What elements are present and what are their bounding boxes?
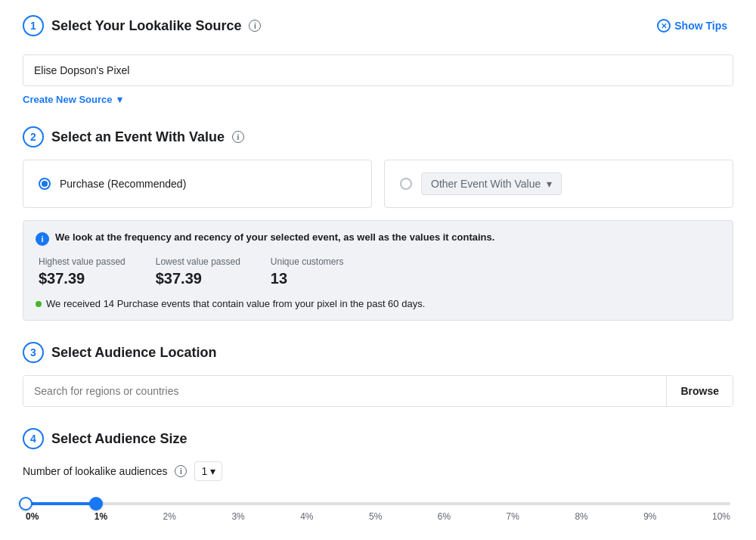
show-tips-label: Show Tips: [674, 20, 727, 32]
step3-circle: 3: [23, 342, 44, 363]
label-8: 8%: [575, 511, 587, 522]
stats-row: Highest value passed $37.39 Lowest value…: [36, 256, 720, 287]
label-2: 2%: [163, 511, 176, 522]
label-0: 0%: [26, 511, 39, 522]
section4: 4 Select Audience Size Number of lookali…: [23, 428, 733, 522]
lowest-label: Lowest value passed: [156, 256, 240, 267]
section1-info-icon[interactable]: i: [249, 20, 261, 32]
number-chevron: ▾: [210, 465, 215, 477]
info-box: i We look at the frequency and recency o…: [23, 220, 733, 321]
label-7: 7%: [507, 511, 519, 522]
label-1: 1%: [94, 511, 107, 522]
received-row: We received 14 Purchase events that cont…: [36, 298, 720, 309]
section3-header: 3 Select Audience Location: [23, 342, 733, 363]
event-option-purchase[interactable]: Purchase (Recommended): [23, 160, 372, 208]
radio-other: [400, 178, 412, 190]
section2-header: 2 Select an Event With Value i: [23, 126, 733, 147]
step1-circle: 1: [23, 15, 44, 36]
slider-track[interactable]: [26, 502, 730, 505]
section4-title: Select Audience Size: [51, 431, 187, 447]
number-value: 1: [201, 465, 207, 477]
highest-value: $37.39: [39, 270, 125, 287]
create-new-source[interactable]: Create New Source ▾: [23, 94, 733, 105]
create-new-source-label: Create New Source: [23, 94, 113, 105]
stat-highest: Highest value passed $37.39: [39, 256, 125, 287]
section4-header: 4 Select Audience Size: [23, 428, 733, 449]
slider-thumb-left[interactable]: [19, 497, 33, 511]
browse-label: Browse: [680, 385, 719, 397]
slider-labels: 0% 1% 2% 3% 4% 5% 6% 7% 8% 9% 10%: [26, 511, 730, 522]
slider-thumb-right[interactable]: [89, 497, 103, 511]
unique-label: Unique customers: [271, 256, 344, 267]
browse-button[interactable]: Browse: [666, 376, 733, 406]
label-9: 9%: [643, 511, 656, 522]
label-6: 6%: [438, 511, 451, 522]
highest-label: Highest value passed: [39, 256, 125, 267]
lookalike-row: Number of lookalike audiences i 1 ▾: [23, 461, 733, 481]
show-tips-button[interactable]: ✕ Show Tips: [651, 16, 733, 36]
received-text: We received 14 Purchase events that cont…: [46, 298, 425, 309]
section1-title: Select Your Lookalike Source: [51, 18, 241, 34]
stat-lowest: Lowest value passed $37.39: [156, 256, 240, 287]
slider-container: 0% 1% 2% 3% 4% 5% 6% 7% 8% 9% 10%: [23, 502, 733, 522]
section2-info-icon[interactable]: i: [232, 131, 244, 143]
slider-fill: [26, 502, 96, 505]
green-dot: [36, 301, 42, 307]
info-circle-icon: i: [36, 232, 49, 246]
event-options: Purchase (Recommended) Other Event With …: [23, 160, 733, 208]
purchase-label: Purchase (Recommended): [60, 178, 186, 190]
unique-value: 13: [271, 270, 344, 287]
source-input[interactable]: [23, 54, 733, 86]
section1-content: Create New Source ▾: [23, 54, 733, 105]
step2-circle: 2: [23, 126, 44, 147]
search-row: Browse: [23, 375, 733, 407]
step4-circle: 4: [23, 428, 44, 449]
show-tips-icon: ✕: [657, 19, 671, 33]
info-box-header: i We look at the frequency and recency o…: [36, 231, 720, 246]
section2-title: Select an Event With Value: [51, 129, 225, 145]
info-box-text: We look at the frequency and recency of …: [55, 231, 494, 243]
event-option-other[interactable]: Other Event With Value ▾: [384, 160, 733, 208]
create-new-source-chevron: ▾: [117, 94, 122, 105]
number-dropdown[interactable]: 1 ▾: [194, 461, 222, 481]
section1-heading: 1 Select Your Lookalike Source i: [23, 15, 261, 36]
lowest-value: $37.39: [156, 270, 240, 287]
section2: 2 Select an Event With Value i Purchase …: [23, 126, 733, 321]
other-event-dropdown[interactable]: Other Event With Value ▾: [421, 172, 562, 195]
lookalike-label: Number of lookalike audiences: [23, 465, 167, 477]
label-3: 3%: [231, 511, 244, 522]
other-event-chevron: ▾: [547, 178, 552, 190]
label-4: 4%: [300, 511, 313, 522]
stat-unique: Unique customers 13: [271, 256, 344, 287]
section3: 3 Select Audience Location Browse: [23, 342, 733, 407]
location-search-input[interactable]: [23, 376, 666, 406]
section4-info-icon[interactable]: i: [175, 465, 187, 477]
page-header: 1 Select Your Lookalike Source i ✕ Show …: [23, 15, 733, 36]
label-5: 5%: [369, 511, 382, 522]
radio-purchase: [39, 178, 51, 190]
other-event-label: Other Event With Value: [431, 178, 541, 190]
section3-title: Select Audience Location: [51, 345, 216, 361]
label-10: 10%: [712, 511, 730, 522]
